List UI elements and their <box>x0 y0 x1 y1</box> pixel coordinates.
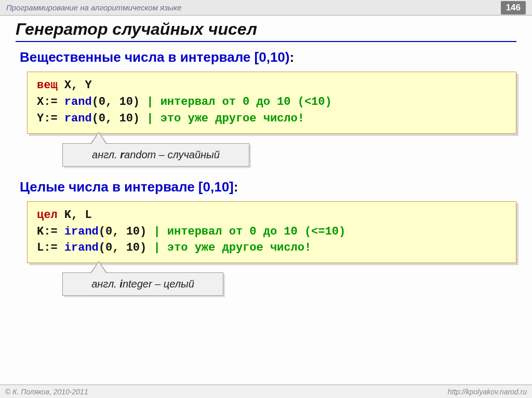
callout-arrow <box>91 262 106 273</box>
breadcrumb: Программирование на алгоритмическом язык… <box>6 3 182 12</box>
page-title: Генератор случайных чисел <box>16 20 516 42</box>
args: (0, 10) <box>92 95 140 108</box>
callout-arrow <box>91 133 106 144</box>
vars: X, Y <box>58 79 92 92</box>
args: (0, 10) <box>99 225 147 238</box>
keyword: цел <box>37 209 58 222</box>
func: irand <box>58 225 99 238</box>
section-1-heading: Вещественные числа в интервале [0,10): <box>20 49 516 65</box>
callout-text: англ. random – случайный <box>62 143 249 167</box>
colon: : <box>289 49 294 65</box>
code-block-1: вещ X, Y X:= rand(0, 10) | интервал от 0… <box>27 72 516 134</box>
func: irand <box>58 241 99 254</box>
code-block-2: цел K, L K:= irand(0, 10) | интервал от … <box>27 201 516 264</box>
func: rand <box>58 95 92 108</box>
heading-text: Вещественные числа в интервале [0,10) <box>20 49 289 65</box>
heading-text: Целые числа в интервале [0,10] <box>20 179 234 195</box>
args: (0, 10) <box>92 112 140 125</box>
code-block-2-wrap: цел K, L K:= irand(0, 10) | интервал от … <box>27 201 516 264</box>
footer: © К. Поляков, 2010-2011 http://kpolyakov… <box>0 385 532 398</box>
header-bar: Программирование на алгоритмическом язык… <box>0 0 532 16</box>
callout-1: англ. random – случайный <box>62 143 249 167</box>
tip-rest: nteger – целый <box>123 278 194 290</box>
assign: Y:= <box>37 112 58 125</box>
assign: K:= <box>37 225 58 238</box>
page-number: 146 <box>501 1 526 15</box>
colon: : <box>234 179 238 195</box>
callout-2: англ. integer – целый <box>62 272 223 296</box>
code-block-1-wrap: вещ X, Y X:= rand(0, 10) | интервал от 0… <box>27 72 516 134</box>
slide-content: Генератор случайных чисел Вещественные ч… <box>0 16 532 296</box>
tip-rest: andom – случайный <box>124 149 220 160</box>
copyright: © К. Поляков, 2010-2011 <box>5 388 88 396</box>
comment: | интервал от 0 до 10 (<10) <box>140 95 332 108</box>
assign: X:= <box>37 95 58 108</box>
assign: L:= <box>37 241 58 254</box>
args: (0, 10) <box>99 241 147 254</box>
tip-bold: r <box>120 149 124 160</box>
vars: K, L <box>58 209 92 222</box>
comment: | это уже другое число! <box>140 112 304 125</box>
callout-text: англ. integer – целый <box>62 272 223 296</box>
comment: | это уже другое число! <box>147 241 311 254</box>
section-2-heading: Целые числа в интервале [0,10]: <box>20 179 516 195</box>
tip-prefix: англ. <box>92 149 120 160</box>
source-url: http://kpolyakov.narod.ru <box>448 388 527 396</box>
tip-prefix: англ. <box>91 278 119 290</box>
keyword: вещ <box>37 79 58 92</box>
func: rand <box>58 112 92 125</box>
comment: | интервал от 0 до 10 (<=10) <box>147 225 345 238</box>
